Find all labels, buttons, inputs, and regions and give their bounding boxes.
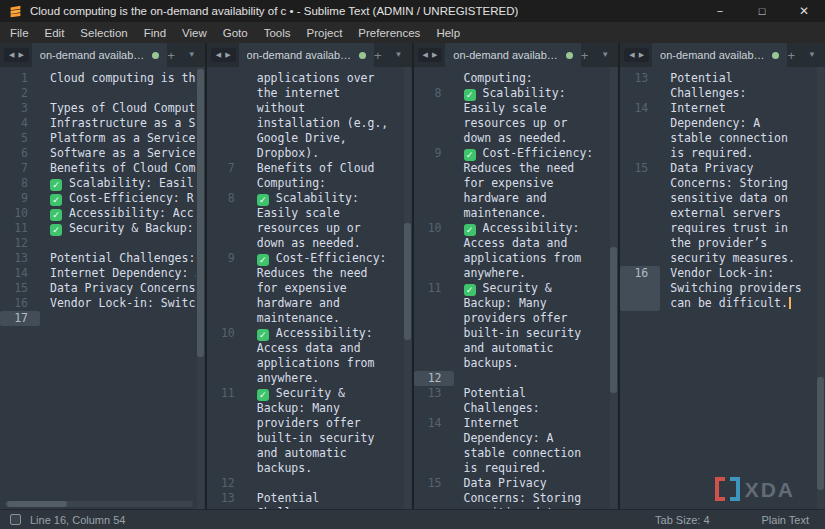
code-text[interactable]: Types of Cloud Computi: [50, 101, 196, 116]
new-tab-button[interactable]: +: [374, 49, 382, 62]
code-text[interactable]: applications over the internet without i…: [257, 71, 393, 161]
tab-overflow-button[interactable]: ▼: [808, 51, 816, 59]
code-text[interactable]: Cloud computing is the: [50, 71, 196, 86]
code-line: 4Infrastructure as a Se: [0, 116, 205, 131]
line-number: 7: [207, 161, 247, 191]
vertical-scrollbar-thumb[interactable]: [817, 377, 824, 490]
tab-prev-icon[interactable]: ◀: [423, 51, 428, 59]
menu-item-selection[interactable]: Selection: [72, 22, 135, 43]
code-text[interactable]: [257, 476, 393, 491]
code-text[interactable]: ✓Accessibility: Acc: [50, 206, 196, 221]
file-tab[interactable]: on-demand availability of c: [239, 43, 374, 67]
code-text[interactable]: Vendor Lock-in: Switching providers can …: [670, 266, 806, 311]
xda-left-bracket-icon: [715, 477, 725, 501]
tab-next-icon[interactable]: ▶: [18, 51, 23, 59]
menu-item-goto[interactable]: Goto: [215, 22, 256, 43]
menu-item-preferences[interactable]: Preferences: [350, 22, 428, 43]
file-tab[interactable]: on-demand availability of c: [445, 43, 580, 67]
code-line: 12: [207, 476, 412, 491]
code-text[interactable]: ✓Scalability: Easily scale resources up …: [257, 191, 393, 251]
menu-item-help[interactable]: Help: [428, 22, 468, 43]
code-line: 16Vendor Lock-in: Switching providers ca…: [620, 266, 825, 311]
code-text[interactable]: Vendor Lock-in: Switch: [50, 296, 196, 311]
tab-actions: +▼: [167, 49, 205, 62]
code-text[interactable]: ✓Cost-Efficiency: Reduces the need for e…: [464, 146, 600, 221]
editor-group: ◀▶ on-demand availability of c +▼ 1Cloud…: [0, 43, 825, 509]
horizontal-scrollbar-thumb[interactable]: [7, 501, 67, 507]
line-number: 8: [414, 86, 454, 146]
new-tab-button[interactable]: +: [787, 49, 795, 62]
new-tab-button[interactable]: +: [581, 49, 589, 62]
text-editor[interactable]: 13Potential Challenges:14Internet Depend…: [620, 67, 825, 509]
status-square-icon[interactable]: [10, 514, 21, 525]
code-text[interactable]: Computing:: [464, 71, 600, 86]
code-text[interactable]: Infrastructure as a Se: [50, 116, 196, 131]
tab-prev-icon[interactable]: ◀: [216, 51, 221, 59]
code-text[interactable]: Internet Dependency: A stable connection…: [670, 101, 806, 161]
code-text[interactable]: ✓Accessibility: Access data and applicat…: [464, 221, 600, 281]
tab-overflow-button[interactable]: ▼: [395, 51, 403, 59]
tab-overflow-button[interactable]: ▼: [601, 51, 609, 59]
code-line: applications over the internet without i…: [207, 71, 412, 161]
code-text[interactable]: ✓Security & Backup:: [50, 221, 196, 236]
file-tab[interactable]: on-demand availability of c: [32, 43, 167, 67]
code-text[interactable]: Internet Dependency: A: [50, 266, 196, 281]
code-text[interactable]: Potential Challenges:: [464, 386, 600, 416]
code-line: 12: [414, 371, 619, 386]
code-text[interactable]: [50, 86, 196, 101]
code-text[interactable]: Software as a Service: [50, 146, 196, 161]
code-text[interactable]: Data Privacy Concerns: [50, 281, 196, 296]
code-text[interactable]: ✓Security & Backup: Many providers offer…: [464, 281, 600, 371]
text-editor[interactable]: applications over the internet without i…: [207, 67, 412, 509]
tab-prev-icon[interactable]: ◀: [629, 51, 634, 59]
minimize-button[interactable]: −: [699, 0, 741, 22]
code-text[interactable]: ✓Cost-Efficiency: R: [50, 191, 196, 206]
vertical-scrollbar-thumb[interactable]: [197, 69, 204, 357]
line-number: 9: [207, 251, 247, 326]
new-tab-button[interactable]: +: [167, 49, 175, 62]
code-text[interactable]: [464, 371, 600, 386]
code-text[interactable]: Benefits of Cloud Computing:: [257, 161, 393, 191]
line-number: 15: [620, 161, 660, 266]
code-text[interactable]: ✓Accessibility: Access data and applicat…: [257, 326, 393, 386]
line-number: 14: [620, 101, 660, 161]
tab-next-icon[interactable]: ▶: [639, 51, 644, 59]
code-line: 10✓Accessibility: Access data and applic…: [207, 326, 412, 386]
vertical-scrollbar-thumb[interactable]: [610, 247, 617, 393]
text-editor[interactable]: Computing:8✓Scalability: Easily scale re…: [414, 67, 619, 509]
code-text[interactable]: Potential Challenges:: [50, 251, 196, 266]
menu-item-file[interactable]: File: [2, 22, 37, 43]
code-text[interactable]: ✓Security & Backup: Many providers offer…: [257, 386, 393, 476]
menu-item-project[interactable]: Project: [299, 22, 351, 43]
tab-next-icon[interactable]: ▶: [432, 51, 437, 59]
code-text[interactable]: ✓Cost-Efficiency: Reduces the need for e…: [257, 251, 393, 326]
modified-dot-icon: [772, 52, 779, 59]
code-text[interactable]: Potential Challenges:: [257, 491, 393, 509]
menu-item-edit[interactable]: Edit: [37, 22, 73, 43]
code-text[interactable]: Data Privacy Concerns: Storing sensitive…: [670, 161, 806, 266]
code-text[interactable]: ✓Scalability: Easil: [50, 176, 196, 191]
menu-bar: File Edit Selection Find View Goto Tools…: [0, 22, 825, 43]
maximize-button[interactable]: □: [741, 0, 783, 22]
menu-item-view[interactable]: View: [174, 22, 215, 43]
code-text[interactable]: [50, 236, 196, 251]
text-editor[interactable]: 1Cloud computing is the23Types of Cloud …: [0, 67, 205, 509]
code-text[interactable]: Platform as a Service: [50, 131, 196, 146]
file-tab[interactable]: on-demand availability of c: [652, 43, 787, 67]
menu-item-tools[interactable]: Tools: [256, 22, 299, 43]
tab-overflow-button[interactable]: ▼: [188, 51, 196, 59]
tab-label: on-demand availability of c: [660, 49, 765, 61]
status-tab-size[interactable]: Tab Size: 4: [655, 514, 709, 526]
close-button[interactable]: ✕: [783, 0, 825, 22]
tab-prev-icon[interactable]: ◀: [9, 51, 14, 59]
code-text[interactable]: ✓Scalability: Easily scale resources up …: [464, 86, 600, 146]
menu-item-find[interactable]: Find: [136, 22, 174, 43]
status-syntax[interactable]: Plain Text: [762, 514, 810, 526]
vertical-scrollbar-thumb[interactable]: [404, 223, 411, 340]
code-text[interactable]: [50, 311, 196, 326]
code-text[interactable]: Internet Dependency: A stable connection…: [464, 416, 600, 476]
code-text[interactable]: Benefits of Cloud Comp: [50, 161, 196, 176]
tab-next-icon[interactable]: ▶: [225, 51, 230, 59]
code-text[interactable]: Potential Challenges:: [670, 71, 806, 101]
code-text[interactable]: Data Privacy Concerns: Storing sensitive…: [464, 476, 600, 509]
